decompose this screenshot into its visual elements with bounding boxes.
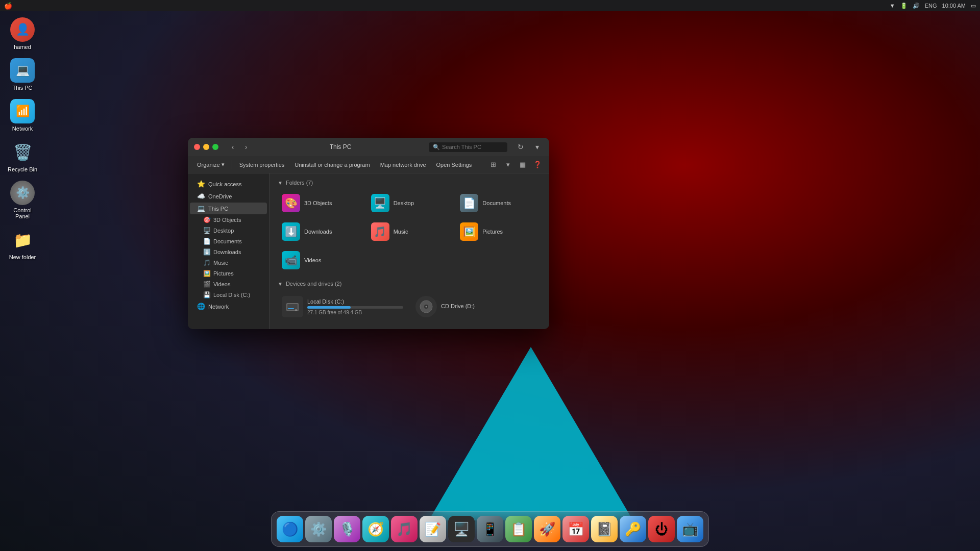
dock-screenium[interactable]: 📺 [677,516,703,542]
desktop-folder-icon: 🖥️ [371,194,389,212]
desktop-icon-hamed[interactable]: 👤 hamed [4,15,41,52]
maximize-button[interactable] [212,144,218,150]
view-options-button[interactable]: ▾ [501,158,514,171]
explorer-content: ▼ Folders (7) 🎨 3D Objects 🖥️ Desktop 📄 … [270,173,549,329]
dock-notes2[interactable]: 📋 [505,516,532,542]
folders-section-header[interactable]: ▼ Folders (7) [278,180,541,186]
safari-icon: 🧭 [368,521,384,537]
localc-drive-icon [282,296,303,317]
explorer-window: ‹ › This PC 🔍 ↻ ▾ Organize ▾ System prop… [188,138,549,329]
back-button[interactable]: ‹ [227,141,239,153]
folder-item-music[interactable]: 🎵 Music [367,219,452,244]
videos-sidebar-icon: 🎬 [203,281,210,288]
hamed-avatar-icon: 👤 [10,17,35,42]
dock-calendar[interactable]: 📅 [562,516,589,542]
ios-icon: 📱 [482,521,498,537]
desktop-icon-recycle[interactable]: 🗑️ Recycle Bin [4,138,41,174]
toolbar-right-buttons: ⊞ ▾ ▦ ❓ [486,158,544,171]
sidebar-item-localdisk[interactable]: 💾 Local Disk (C:) [190,290,267,300]
drives-section-header[interactable]: ▼ Devices and drives (2) [278,281,541,287]
localc-bar-fill [307,306,351,309]
folder-item-desktop[interactable]: 🖥️ Desktop [367,191,452,215]
sidebar-item-documents[interactable]: 📄 Documents [190,236,267,246]
apple-menu-icon[interactable]: 🍎 [4,2,12,10]
desktop-icon-controlpanel[interactable]: ⚙️ Control Panel [4,179,41,221]
dock-launchpad[interactable]: 🚀 [534,516,560,542]
dock-safari[interactable]: 🧭 [362,516,389,542]
top-bar: 🍎 ▼ 🔋 🔊 ENG 10:00 AM ▭ [0,0,980,11]
window-traffic-lights [194,144,218,150]
explorer-body: ⭐ Quick access ☁️ OneDrive 💻 This PC 🎯 3… [188,173,549,329]
sidebar-item-3dobjects[interactable]: 🎯 3D Objects [190,215,267,225]
svg-rect-3 [288,308,294,309]
dock-textedit[interactable]: 📝 [420,516,446,542]
folder-item-videos[interactable]: 📹 Videos [278,248,363,272]
topbar-down-icon: ▼ [890,3,895,9]
screenium-icon: 📺 [682,521,698,537]
drive-item-cdd[interactable]: CD Drive (D:) [411,292,541,321]
drives-chevron-icon: ▼ [278,281,283,287]
uninstall-button[interactable]: Uninstall or change a program [290,160,374,169]
sidebar-item-music[interactable]: 🎵 Music [190,258,267,268]
videos-folder-icon: 📹 [282,251,300,269]
pane-toggle-button[interactable]: ▦ [516,158,529,171]
folder-item-3dobjects[interactable]: 🎨 3D Objects [278,191,363,215]
organize-chevron-icon: ▾ [222,161,225,168]
videos-folder-label: Videos [304,257,321,263]
recycle-label: Recycle Bin [8,166,37,172]
network-label: Network [12,126,33,132]
sidebar-item-downloads[interactable]: ⬇️ Downloads [190,247,267,257]
minimize-button[interactable] [203,144,209,150]
sidebar-item-thispc[interactable]: 💻 This PC [190,203,267,214]
dock-sysprefs[interactable]: ⚙️ [305,516,332,542]
drive-item-localc[interactable]: Local Disk (C:) 27.1 GB free of 49.4 GB [278,292,407,321]
sidebar-item-desktop[interactable]: 🖥️ Desktop [190,226,267,236]
sidebar-item-pictures[interactable]: 🖼️ Pictures [190,268,267,279]
dock-ios[interactable]: 📱 [477,516,503,542]
videos-sidebar-label: Videos [213,281,230,287]
sidebar-item-quickaccess[interactable]: ⭐ Quick access [190,178,267,190]
music-icon: 🎵 [396,521,412,537]
dock-finder[interactable]: 🔵 [277,516,303,542]
search-bar[interactable]: 🔍 [429,142,507,152]
desktop-folder-label: Desktop [394,200,414,206]
dock-music[interactable]: 🎵 [391,516,418,542]
refresh-button[interactable]: ↻ [514,141,527,153]
open-settings-button[interactable]: Open Settings [432,160,476,169]
sidebar-item-network[interactable]: 🌐 Network [190,300,267,312]
thispc-sidebar-label: This PC [208,206,228,212]
folder-item-pictures[interactable]: 🖼️ Pictures [456,219,541,244]
map-drive-button[interactable]: Map network drive [376,160,430,169]
localdisk-sidebar-label: Local Disk (C:) [213,292,250,298]
address-dropdown-button[interactable]: ▾ [531,141,543,153]
help-button[interactable]: ❓ [531,158,544,171]
dock-siri[interactable]: 🎙️ [334,516,360,542]
dock: 🔵 ⚙️ 🎙️ 🧭 🎵 📝 🖥️ 📱 📋 🚀 📅 📓 🔑 [271,511,709,547]
explorer-title-bar: ‹ › This PC 🔍 ↻ ▾ [188,138,549,156]
sidebar-item-videos[interactable]: 🎬 Videos [190,279,267,289]
downloads-folder-label: Downloads [304,229,332,235]
dock-1password[interactable]: 🔑 [620,516,646,542]
folder-item-downloads[interactable]: ⬇️ Downloads [278,219,363,244]
search-input[interactable] [442,144,503,150]
dock-shutdown[interactable]: ⏻ [648,516,675,542]
dock-notes[interactable]: 📓 [591,516,618,542]
folder-item-documents[interactable]: 📄 Documents [456,191,541,215]
desktop-icon-newfolder[interactable]: 📁 New folder [4,226,41,262]
explorer-sidebar: ⭐ Quick access ☁️ OneDrive 💻 This PC 🎯 3… [188,173,270,329]
organize-label: Organize [197,162,220,168]
svg-point-6 [426,306,427,308]
music-sidebar-icon: 🎵 [203,259,210,266]
forward-button[interactable]: › [240,141,252,153]
pictures-folder-label: Pictures [482,229,503,235]
organize-button[interactable]: Organize ▾ [193,160,229,169]
view-toggle-button[interactable]: ⊞ [486,158,500,171]
new-folder-label: New folder [9,254,36,260]
dock-terminal[interactable]: 🖥️ [448,516,475,542]
desktop-icon-thispc[interactable]: 💻 This PC [4,56,41,93]
desktop-icon-network[interactable]: 📶 Network [4,97,41,134]
control-panel-label: Control Panel [6,207,39,219]
close-button[interactable] [194,144,200,150]
system-properties-button[interactable]: System properties [235,160,289,169]
sidebar-item-onedrive[interactable]: ☁️ OneDrive [190,190,267,202]
